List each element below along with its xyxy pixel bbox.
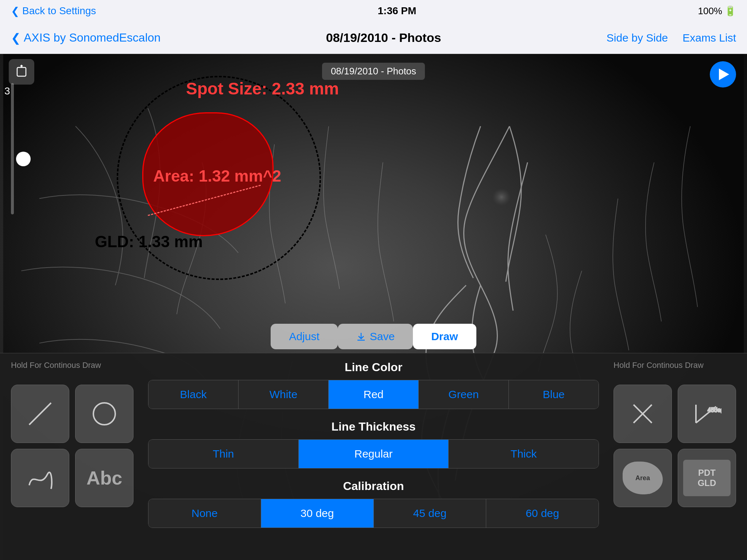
color-red-label: Red xyxy=(363,388,383,400)
calibration-60deg-label: 60 deg xyxy=(526,507,559,519)
chevron-left-icon: ❮ xyxy=(11,31,21,45)
area-tool-icon: Area xyxy=(623,462,663,494)
svg-line-3 xyxy=(29,403,51,425)
right-tool-grid: 45deg Area PDT GLD xyxy=(614,385,736,507)
area-label: Area: 1.32 mm^2 xyxy=(153,167,281,185)
adjust-button[interactable]: Adjust xyxy=(271,324,337,349)
share-button[interactable] xyxy=(9,59,34,85)
left-tool-grid: Abc xyxy=(11,385,133,507)
back-button[interactable]: ❮ Back to Settings xyxy=(11,5,96,17)
page-title: 08/19/2010 - Photos xyxy=(326,31,441,45)
color-blue-button[interactable]: Blue xyxy=(509,380,599,409)
cross-tool-button[interactable] xyxy=(614,385,672,443)
side-by-side-button[interactable]: Side by Side xyxy=(607,32,668,44)
image-slider-thumb[interactable] xyxy=(16,152,31,166)
photo-label: 08/19/2010 - Photos xyxy=(322,63,425,80)
thickness-regular-label: Regular xyxy=(354,448,392,460)
hold-text-left: Hold For Continous Draw xyxy=(11,361,133,370)
back-label: Back to Settings xyxy=(22,5,96,17)
thickness-regular-button[interactable]: Regular xyxy=(299,440,449,468)
color-red-button[interactable]: Red xyxy=(329,380,419,409)
app-title-link[interactable]: ❮ AXIS by SonomedEscalon xyxy=(11,31,160,45)
chevron-left-icon: ❮ xyxy=(11,5,19,17)
svg-point-4 xyxy=(93,403,115,425)
pdt-tool-button[interactable]: PDT GLD xyxy=(678,449,736,507)
circle-tool-button[interactable] xyxy=(75,385,133,443)
calibration-none-button[interactable]: None xyxy=(148,499,261,528)
status-time: 1:36 PM xyxy=(378,5,417,17)
color-green-button[interactable]: Green xyxy=(419,380,509,409)
hold-text-right: Hold For Continous Draw xyxy=(614,361,736,370)
nav-actions: Side by Side Exams List xyxy=(607,32,736,44)
calibration-60deg-button[interactable]: 60 deg xyxy=(486,499,599,528)
image-slider-track xyxy=(11,83,14,214)
play-button[interactable] xyxy=(710,61,736,88)
pdt-tool-icon: PDT GLD xyxy=(683,460,731,496)
line-thickness-title: Line Thickness xyxy=(148,420,599,433)
line-color-title: Line Color xyxy=(148,361,599,374)
color-blue-label: Blue xyxy=(543,388,565,400)
line-tool-button[interactable] xyxy=(11,385,69,443)
calibration-selector: None 30 deg 45 deg 60 deg xyxy=(148,499,599,528)
battery-indicator: 100% 🔋 xyxy=(698,5,736,17)
panel-center: Line Color Black White Red Green xyxy=(133,361,614,553)
color-black-label: Black xyxy=(180,388,206,400)
color-selector: Black White Red Green Blue xyxy=(148,380,599,409)
calibration-title: Calibration xyxy=(148,479,599,493)
svg-point-1 xyxy=(426,162,542,271)
calibration-45deg-label: 45 deg xyxy=(413,507,446,519)
thickness-thin-button[interactable]: Thin xyxy=(148,440,299,468)
save-label: Save xyxy=(370,330,395,343)
battery-icon: 🔋 xyxy=(724,5,736,17)
color-black-button[interactable]: Black xyxy=(148,380,239,409)
thickness-thick-button[interactable]: Thick xyxy=(449,440,599,468)
status-bar: ❮ Back to Settings 1:36 PM 100% 🔋 xyxy=(0,0,747,22)
text-tool-label: Abc xyxy=(86,467,122,489)
calibration-30deg-label: 30 deg xyxy=(301,507,334,519)
gld-label: GLD: 1.33 mm xyxy=(95,233,203,251)
color-white-label: White xyxy=(270,388,298,400)
image-area: 08/19/2010 - Photos 3 Spot Size: 2.33 mm… xyxy=(0,54,747,560)
calibration-45deg-button[interactable]: 45 deg xyxy=(374,499,487,528)
draw-button[interactable]: Draw xyxy=(413,324,476,349)
area-tool-button[interactable]: Area xyxy=(614,449,672,507)
text-tool-button[interactable]: Abc xyxy=(75,449,133,507)
save-button[interactable]: Save xyxy=(338,324,413,349)
battery-percent: 100% xyxy=(698,5,722,17)
left-tools-section: Hold For Continous Draw xyxy=(11,361,133,553)
app-title-text: AXIS by SonomedEscalon xyxy=(24,31,160,44)
calibration-none-label: None xyxy=(191,507,218,519)
area-tool-label: Area xyxy=(635,474,650,482)
right-tools-section: Hold For Continous Draw xyxy=(614,361,736,553)
exams-list-button[interactable]: Exams List xyxy=(682,32,736,44)
color-white-button[interactable]: White xyxy=(239,380,329,409)
pdt-label: PDT xyxy=(698,468,716,478)
svg-text:45deg: 45deg xyxy=(708,407,721,413)
angle-tool-button[interactable]: 45deg xyxy=(678,385,736,443)
color-green-label: Green xyxy=(448,388,479,400)
thickness-thick-label: Thick xyxy=(511,448,537,460)
slider-number: 3 xyxy=(4,85,10,97)
svg-rect-2 xyxy=(17,67,26,76)
nav-bar: ❮ AXIS by SonomedEscalon 08/19/2010 - Ph… xyxy=(0,22,747,54)
control-panel: Hold For Continous Draw xyxy=(0,353,747,560)
calibration-30deg-button[interactable]: 30 deg xyxy=(261,499,374,528)
bottom-toolbar: Adjust Save Draw xyxy=(0,320,747,353)
spot-size-label: Spot Size: 2.33 mm xyxy=(186,79,339,98)
freehand-tool-button[interactable] xyxy=(11,449,69,507)
gld-label-tool: GLD xyxy=(698,478,716,488)
thickness-thin-label: Thin xyxy=(213,448,234,460)
thickness-selector: Thin Regular Thick xyxy=(148,439,599,468)
